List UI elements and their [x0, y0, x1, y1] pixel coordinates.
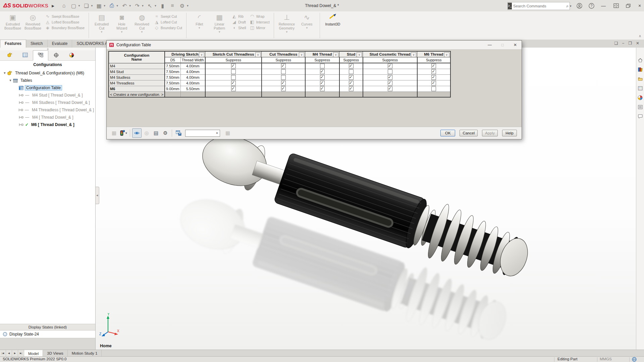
column-group-header[interactable]: M6 Thread∨	[417, 51, 450, 57]
file-explorer-icon[interactable]	[637, 75, 644, 82]
suppress-checkbox[interactable]	[320, 81, 325, 85]
command-list-icon[interactable]: ≡	[168, 1, 177, 10]
column-dropdown-icon[interactable]: ∨	[444, 52, 449, 57]
column-dropdown-icon[interactable]: ∨	[357, 52, 362, 57]
lofted-cut-button[interactable]: ◮Lofted Cut	[154, 19, 182, 25]
suppress-cell[interactable]	[262, 69, 305, 75]
tab-sketch[interactable]: Sketch	[26, 40, 48, 48]
table-properties-icon[interactable]: ▤	[152, 129, 160, 137]
d5-value-cell[interactable]: 9.00mm	[165, 86, 180, 92]
draft-button[interactable]: ◢Draft	[231, 19, 246, 25]
linked-update-icon[interactable]: ◎	[142, 129, 151, 137]
suppress-cell[interactable]	[205, 63, 262, 69]
new-document-icon[interactable]: ▢	[69, 1, 78, 10]
column-group-header[interactable]: Cut Threadless∨	[262, 51, 305, 57]
save-table-view-icon[interactable]	[174, 129, 183, 137]
suppress-checkbox[interactable]	[281, 86, 286, 91]
column-dropdown-icon[interactable]: ∨	[199, 52, 204, 57]
suppress-cell[interactable]	[262, 80, 305, 86]
suppress-cell[interactable]	[363, 63, 417, 69]
column-group-header[interactable]: Driving Sketch∨	[165, 51, 205, 57]
suppress-cell[interactable]	[417, 75, 450, 80]
swept-boss-button[interactable]: ∿Swept Boss/Base	[45, 13, 85, 19]
tree-item[interactable]: ✓M6 [ Thread Dowel_& ]	[0, 121, 95, 128]
new-document-dropdown-icon[interactable]: ▼	[78, 4, 80, 7]
tab-features[interactable]: Features	[0, 40, 26, 48]
config-name-cell[interactable]: M6	[109, 86, 165, 92]
column-dropdown-icon[interactable]: ∨	[299, 52, 304, 57]
tab-evaluate[interactable]: Evaluate	[48, 40, 72, 48]
suppress-cell[interactable]	[363, 69, 417, 75]
tree-item[interactable]: Configuration Table	[0, 84, 95, 92]
close-viewport-icon[interactable]: ✕	[636, 41, 639, 46]
tree-item[interactable]: —M4 Stud [ Thread Dowel_& ]	[0, 92, 95, 99]
suppress-cell[interactable]	[417, 86, 450, 92]
suppress-checkbox[interactable]	[349, 69, 354, 74]
suppress-cell[interactable]	[205, 86, 262, 92]
help-icon[interactable]: ?	[586, 0, 596, 11]
revolved-cut-button[interactable]: ◍RevolvedCut▼	[132, 13, 152, 34]
panel-tab-dimxpertmanager[interactable]	[48, 50, 64, 61]
boundary-cut-button[interactable]: ◇Boundary Cut	[154, 25, 182, 31]
config-name-cell[interactable]: M4 Studless	[109, 75, 165, 80]
span-displays-icon[interactable]	[611, 0, 621, 11]
suppression-traffic-light-icon[interactable]: ▼	[119, 129, 128, 137]
table-row[interactable]: M69.00mm5.50mm	[109, 86, 450, 92]
help-button[interactable]: Help	[502, 130, 517, 136]
curves-button[interactable]: ∿Curves▼	[297, 13, 317, 29]
save-icon[interactable]: ▦	[95, 1, 104, 10]
minimize-viewport-icon[interactable]: −	[622, 41, 624, 46]
suppress-checkbox[interactable]	[231, 64, 236, 68]
column-group-header[interactable]: Sketch Cut Threadless∨	[205, 51, 262, 57]
select-cursor-dropdown-icon[interactable]: ▼	[154, 4, 157, 7]
home-icon[interactable]: ⌂	[59, 1, 68, 10]
suppress-cell[interactable]	[205, 80, 262, 86]
linear-pattern-dropdown-icon[interactable]: ▼	[218, 31, 221, 34]
revolved-cut-dropdown-icon[interactable]: ▼	[141, 31, 143, 34]
suppress-cell[interactable]	[305, 63, 339, 69]
suppress-cell[interactable]	[417, 69, 450, 75]
search-input[interactable]	[512, 4, 566, 8]
suppress-checkbox[interactable]	[349, 64, 354, 68]
suppress-checkbox[interactable]	[388, 86, 392, 91]
last-tab-icon[interactable]: ▶|	[18, 350, 24, 357]
suppress-checkbox[interactable]	[431, 69, 436, 74]
print-icon[interactable]: ⎙	[107, 1, 116, 10]
suppress-cell[interactable]	[305, 69, 339, 75]
first-tab-icon[interactable]: |◀	[0, 350, 6, 357]
print-dropdown-icon[interactable]: ▼	[116, 4, 119, 7]
column-group-header[interactable]: Stud∨	[339, 51, 363, 57]
table-row[interactable]: M47.50mm4.00mm	[109, 63, 450, 69]
orientation-triad[interactable]: Y X Z	[99, 313, 120, 337]
doc-tab-motion-study-1[interactable]: Motion Study 1	[68, 350, 102, 357]
options-gear-dropdown-icon[interactable]: ▼	[186, 4, 189, 7]
suppress-checkbox[interactable]	[231, 81, 236, 85]
tree-expand-icon[interactable]: ▼	[3, 71, 7, 75]
swept-cut-button[interactable]: ≈Swept Cut	[154, 13, 182, 19]
view-palette-icon[interactable]	[637, 84, 644, 92]
suppress-cell[interactable]	[363, 80, 417, 86]
suppress-checkbox[interactable]	[320, 64, 325, 68]
panel-splitter-handle[interactable]	[0, 48, 95, 50]
menu-expand-arrow-icon[interactable]: ▶	[52, 4, 54, 8]
reference-geometry-button[interactable]: ⊥ReferenceGeometry▼	[277, 13, 297, 34]
suppress-cell[interactable]	[417, 63, 450, 69]
preview-icon[interactable]	[132, 128, 142, 138]
thread-width-value-cell[interactable]: 4.00mm	[180, 63, 205, 69]
column-group-header[interactable]: M4 Thread∨	[305, 51, 339, 57]
fillet-button[interactable]: ◜Fillet▼	[190, 13, 209, 29]
previous-window-icon[interactable]: ❏	[614, 41, 618, 46]
traffic-light-dropdown-icon[interactable]: ▼	[125, 132, 128, 135]
suppress-checkbox[interactable]	[431, 81, 436, 85]
d5-value-cell[interactable]: 7.50mm	[165, 63, 180, 69]
suppress-checkbox[interactable]	[320, 86, 325, 91]
table-row[interactable]: M4 Stud7.50mm4.00mm	[109, 69, 450, 75]
extruded-boss-button[interactable]: ▣ExtrudedBoss/Base	[3, 13, 22, 30]
suppress-checkbox[interactable]	[388, 64, 392, 68]
dialog-close-icon[interactable]: ✕	[509, 41, 522, 49]
ok-button[interactable]: OK	[440, 130, 455, 136]
featuremanager-collapse-tab[interactable]: ◀	[95, 187, 99, 204]
cancel-button[interactable]: Cancel	[460, 130, 478, 136]
config-name-cell[interactable]: M4	[109, 63, 165, 69]
restore-icon[interactable]	[623, 0, 633, 11]
